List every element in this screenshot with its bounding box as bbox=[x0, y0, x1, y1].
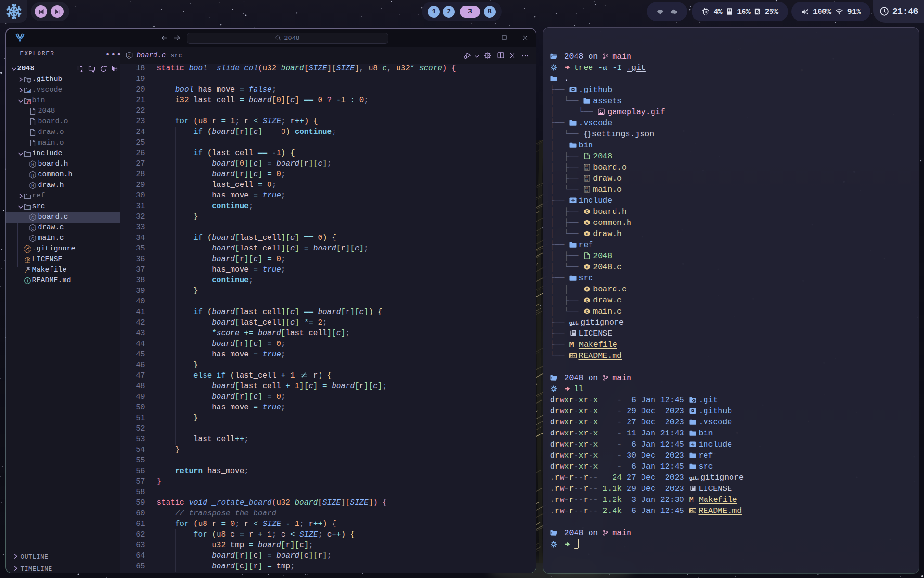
svg-text:C: C bbox=[31, 236, 34, 241]
svg-text:C: C bbox=[128, 53, 130, 58]
svg-text:C: C bbox=[586, 232, 588, 236]
svg-text:C: C bbox=[586, 265, 588, 269]
svg-text:C: C bbox=[586, 221, 588, 225]
svg-text:C: C bbox=[586, 287, 588, 291]
svg-text:C: C bbox=[31, 215, 34, 220]
svg-text:{}: {} bbox=[29, 207, 31, 210]
svg-text:10: 10 bbox=[585, 189, 588, 192]
svg-text:C: C bbox=[31, 226, 34, 231]
svg-text:C: C bbox=[586, 309, 588, 314]
svg-text:H: H bbox=[31, 173, 34, 178]
svg-text:C: C bbox=[586, 298, 588, 302]
svg-text:10: 10 bbox=[585, 167, 588, 170]
svg-text:H: H bbox=[31, 184, 34, 188]
svg-text:C: C bbox=[586, 210, 588, 214]
svg-text:H: H bbox=[31, 162, 34, 167]
svg-text:10: 10 bbox=[585, 178, 588, 181]
